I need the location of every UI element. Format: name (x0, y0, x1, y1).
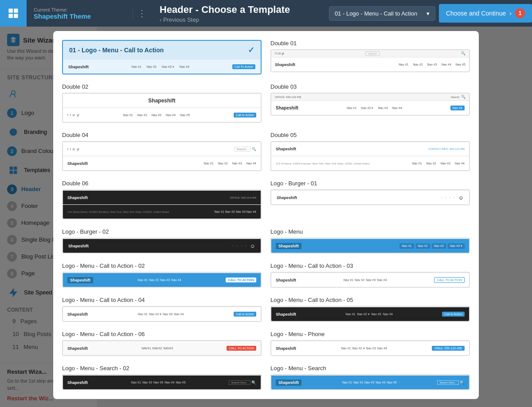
template-logo-menu-cta-06[interactable]: Logo - Menu - Call to Action - 06 Shapes… (62, 331, 262, 356)
app-logo (0, 0, 27, 27)
template-preview-double-04: f t in yt Search...🔍 Shapeshift Nav #1 N… (62, 141, 262, 171)
template-preview-logo-menu-cta-05: Shapeshift Nav #1 Nav #2 ▾ Nav #3 Nav #4… (270, 306, 470, 322)
template-preview-logo-menu-cta-02: Shapeshift Nav #1 Nav #2 Nav #3 Nav #4 C… (62, 272, 262, 288)
template-preview-double-03: OFFICE: 555-123-456 Search🔍 Shapeshift N… (270, 93, 470, 116)
template-preview-double-05: Shapeshift CONTACT INFO: 555-123-456 123… (270, 141, 470, 171)
template-logo-menu-cta-05[interactable]: Logo - Menu - Call to Action - 05 Shapes… (270, 297, 470, 322)
template-double-05[interactable]: Double 05 Shapeshift CONTACT INFO: 555-1… (270, 132, 470, 171)
template-preview-logo-menu-cta-06: Shapeshift NAV#1 NAV#2 NAV#3 CALL TO ACT… (62, 340, 262, 356)
template-label-double-03: Double 03 (270, 83, 470, 90)
modal-overlay: 01 - Logo - Menu - Call to Action ✓ Shap… (0, 27, 532, 407)
template-modal: 01 - Logo - Menu - Call to Action ✓ Shap… (53, 31, 479, 399)
theme-menu-button[interactable]: ⋮ (133, 8, 151, 19)
template-preview-double-06: Shapeshift OFFICE: 555-123-456 123 Stree… (62, 189, 262, 219)
template-logo-menu[interactable]: Logo - Menu Shapeshift Nav #1 Nav #2 Nav… (270, 228, 470, 254)
template-label-double-02: Double 02 (62, 83, 262, 90)
template-grid: 01 - Logo - Menu - Call to Action ✓ Shap… (62, 40, 470, 390)
template-preview-logo-menu-cta-03: Shapeshift Nav #1 Nav #2 Nav #3 Nav #4 C… (270, 272, 470, 288)
page-title-area: Header - Choose a Template ‹ Previous St… (151, 4, 329, 23)
template-label-logo-menu-cta-04: Logo - Menu - Call to Action - 04 (62, 297, 262, 303)
template-label-double-06: Double 06 (62, 180, 262, 187)
choose-continue-button[interactable]: Choose and Continue › 1 (439, 4, 532, 23)
template-logo-burger-01[interactable]: Logo - Burger - 01 Shapeshift · · · · ☺ (270, 180, 470, 219)
template-logo-menu-cta-03[interactable]: Logo - Menu - Call to Action - 03 Shapes… (270, 262, 470, 288)
template-label-logo-menu-search: Logo - Menu - Search (270, 365, 470, 372)
top-bar: Current Theme: Shapeshift Theme ⋮ Header… (0, 0, 532, 27)
template-preview-logo-burger-01: Shapeshift · · · · ☺ (270, 189, 470, 205)
template-logo-menu-cta-02[interactable]: Logo - Menu - Call to Action - 02 Shapes… (62, 262, 262, 288)
template-logo-burger-02[interactable]: Logo - Burger - 02 Shapeshift · · · · ☺ (62, 228, 262, 254)
template-preview-logo-burger-02: Shapeshift · · · · ☺ (62, 238, 262, 254)
template-label-logo-burger-02: Logo - Burger - 02 (62, 228, 262, 235)
template-logo-menu-cta-04[interactable]: Logo - Menu - Call to Action - 04 Shapes… (62, 297, 262, 322)
prev-step[interactable]: ‹ Previous Step (160, 16, 320, 23)
template-preview-double-02: Shapeshift f t in yt Nav #1 Nav #2 Nav #… (62, 93, 262, 123)
theme-info: Current Theme: Shapeshift Theme (27, 7, 133, 20)
main-layout: Site Wizard Use this Wizard to design yo… (0, 27, 532, 407)
template-label-double-01: Double 01 (270, 40, 470, 47)
template-label-double-04: Double 04 (62, 132, 262, 138)
template-preview-logo-menu-search: Shapeshift Nav #1 Nav #2 Nav #3 Nav #4 N… (270, 374, 470, 390)
theme-label: Current Theme: (34, 7, 125, 12)
template-label-logo-menu-cta-02: Logo - Menu - Call to Action - 02 (62, 262, 262, 269)
template-double-03[interactable]: Double 03 OFFICE: 555-123-456 Search🔍 Sh… (270, 83, 470, 123)
template-controls: 01 - Logo - Menu - Call to Action ▾ Choo… (329, 4, 532, 23)
template-preview-logo-menu-phone: Shapeshift Nav #1 Nav #2 ▾ Nav #3 Nav #4… (270, 340, 470, 356)
template-label-logo-menu-cta-06: Logo - Menu - Call to Action - 06 (62, 331, 262, 337)
check-icon: ✓ (248, 45, 254, 55)
template-preview-logo-menu: Shapeshift Nav #1 Nav #2 Nav #3 Nav #4 ▾ (270, 238, 470, 254)
template-label-logo-menu-search-02: Logo - Menu - Search - 02 (62, 365, 262, 372)
template-label-logo-menu-phone: Logo - Menu - Phone (270, 331, 470, 337)
page-title: Header - Choose a Template (160, 4, 320, 16)
template-double-02[interactable]: Double 02 Shapeshift f t in yt Nav #1 Na… (62, 83, 262, 123)
template-label-logo-burger-01: Logo - Burger - 01 (270, 180, 470, 187)
template-double-04[interactable]: Double 04 f t in yt Search...🔍 Shapeshif… (62, 132, 262, 171)
template-preview-logo-menu-cta-04: Shapeshift Nav #1 Nav #2 ▾ Nav #3 Nav #4… (62, 306, 262, 322)
selected-template-name: 01 - Logo - Menu - Call to Action (69, 47, 164, 54)
template-01-logo-menu-cta[interactable]: 01 - Logo - Menu - Call to Action ✓ Shap… (62, 40, 262, 74)
step-badge: 1 (515, 8, 525, 18)
arrow-right-icon: › (509, 10, 512, 17)
template-label-double-05: Double 05 (270, 132, 470, 138)
theme-name: Shapeshift Theme (34, 12, 125, 20)
selected-template-label: 01 - Logo - Menu - Call to Action (335, 10, 417, 17)
template-select[interactable]: 01 - Logo - Menu - Call to Action ▾ (329, 6, 435, 21)
template-double-06[interactable]: Double 06 Shapeshift OFFICE: 555-123-456… (62, 180, 262, 219)
template-preview-logo-menu-search-02: Shapeshift Nav #1 Nav #2 Nav #3 Nav #4 N… (62, 374, 262, 390)
template-double-01[interactable]: Double 01 ftinyt Search 🔍 Shapeshift Nav… (270, 40, 470, 74)
template-preview-selected: 01 - Logo - Menu - Call to Action ✓ Shap… (62, 40, 262, 74)
chevron-down-icon: ▾ (426, 10, 430, 17)
template-logo-menu-search[interactable]: Logo - Menu - Search Shapeshift Nav #1 N… (270, 365, 470, 390)
template-preview-double-01: ftinyt Search 🔍 Shapeshift Nav #1 Nav #2… (270, 49, 470, 72)
template-logo-menu-search-02[interactable]: Logo - Menu - Search - 02 Shapeshift Nav… (62, 365, 262, 390)
template-label-logo-menu-cta-05: Logo - Menu - Call to Action - 05 (270, 297, 470, 303)
template-label-logo-menu-cta-03: Logo - Menu - Call to Action - 03 (270, 262, 470, 269)
template-label-logo-menu: Logo - Menu (270, 228, 470, 235)
template-logo-menu-phone[interactable]: Logo - Menu - Phone Shapeshift Nav #1 Na… (270, 331, 470, 356)
